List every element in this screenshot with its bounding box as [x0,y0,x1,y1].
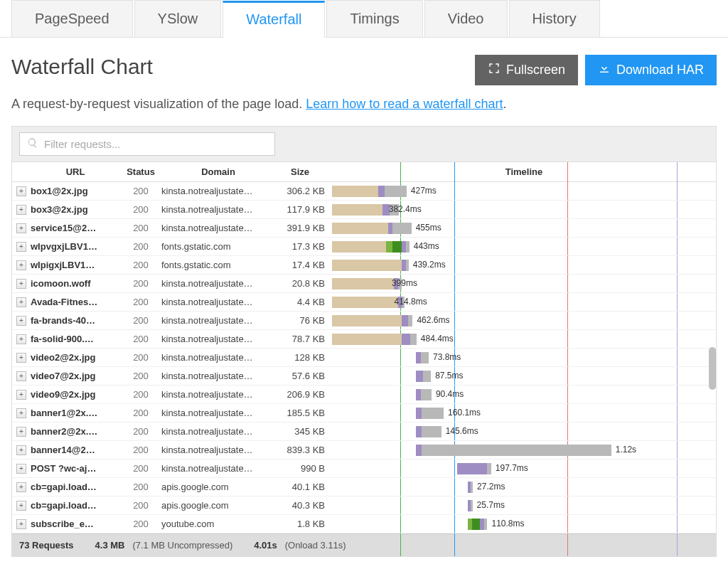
col-timeline[interactable]: Timeline [332,166,716,177]
timeline-duration-label: 73.8ms [433,352,461,362]
filter-input-wrap[interactable] [19,132,275,156]
subtitle-text: A request-by-request visualization of th… [11,97,306,111]
col-size[interactable]: Size [275,166,332,177]
expand-row-button[interactable]: + [16,390,26,400]
expand-row-button[interactable]: + [16,334,26,344]
tab-timings[interactable]: Timings [326,0,422,37]
cell-status: 200 [120,278,161,289]
cell-status: 200 [120,297,161,307]
table-row[interactable]: +fa-brands-40…200kinsta.notrealjustate…7… [12,312,716,330]
cell-status: 200 [120,389,161,400]
cell-timeline: 27.2ms [332,478,716,496]
table-row[interactable]: +wIpvgxjLBV1…200fonts.gstatic.com17.3 KB… [12,238,716,256]
timeline-bar [332,241,410,253]
tab-yslow[interactable]: YSlow [134,0,222,37]
table-row[interactable]: +wIpigxjLBV1…200fonts.gstatic.com17.4 KB… [12,256,716,275]
cell-status: 200 [120,445,161,455]
cell-status: 200 [120,204,161,215]
cell-domain: kinsta.notrealjustate… [161,334,275,344]
expand-row-button[interactable]: + [16,297,26,307]
tab-waterfall[interactable]: Waterfall [223,1,325,38]
cell-domain: kinsta.notrealjustate… [161,408,275,418]
cell-domain: kinsta.notrealjustate… [161,204,275,215]
cell-url: video9@2x.jpg [31,389,120,400]
timeline-bar [332,334,417,345]
bar-segment-dkgreen [392,241,402,253]
expand-row-button[interactable]: + [16,223,26,233]
table-row[interactable]: +Avada-Fitnes…200kinsta.notrealjustate…4… [12,293,716,312]
table-row[interactable]: +service15@2…200kinsta.notrealjustate…39… [12,219,716,238]
table-row[interactable]: +box3@2x.jpg200kinsta.notrealjustate…117… [12,201,716,219]
cell-domain: kinsta.notrealjustate… [161,445,275,455]
expand-row-button[interactable]: + [16,353,26,363]
table-row[interactable]: +POST ?wc-aj…200kinsta.notrealjustate…99… [12,460,716,478]
fullscreen-button[interactable]: Fullscreen [475,55,578,85]
col-status[interactable]: Status [120,166,161,177]
expand-row-button[interactable]: + [16,519,26,529]
tab-history[interactable]: History [509,0,600,37]
table-body: +box1@2x.jpg200kinsta.notrealjustate…306… [12,182,716,533]
cell-timeline: 145.6ms [332,423,716,440]
timeline-duration-label: 399ms [392,278,417,288]
search-icon [27,137,38,151]
expand-row-button[interactable]: + [16,242,26,252]
bar-segment-wait [402,315,408,326]
expand-row-button[interactable]: + [16,464,26,474]
cell-size: 345 KB [275,426,332,437]
expand-row-button[interactable]: + [16,427,26,437]
cell-domain: kinsta.notrealjustate… [161,371,275,381]
expand-row-button[interactable]: + [16,279,26,289]
table-row[interactable]: +box1@2x.jpg200kinsta.notrealjustate…306… [12,182,716,201]
table-row[interactable]: +video2@2x.jpg200kinsta.notrealjustate…1… [12,349,716,367]
table-row[interactable]: +banner14@2…200kinsta.notrealjustate…839… [12,441,716,460]
header: Waterfall Chart Fullscreen Download HAR [0,38,728,91]
bar-segment-wait [457,463,488,474]
expand-row-button[interactable]: + [16,445,26,455]
filter-input[interactable] [44,138,267,150]
expand-row-button[interactable]: + [16,186,26,196]
expand-row-button[interactable]: + [16,205,26,215]
bar-segment-recv [408,315,412,326]
expand-row-button[interactable]: + [16,316,26,326]
download-har-button[interactable]: Download HAR [585,55,717,85]
expand-row-button[interactable]: + [16,371,26,381]
waterfall-table: URL Status Domain Size Timeline +box1@2x… [11,162,717,557]
expand-row-button[interactable]: + [16,260,26,270]
expand-row-button[interactable]: + [16,408,26,418]
table-row[interactable]: +cb=gapi.load…200apis.google.com40.1 KB2… [12,478,716,496]
tab-video[interactable]: Video [424,0,508,37]
table-row[interactable]: +cb=gapi.load…200apis.google.com40.3 KB2… [12,496,716,515]
timeline-duration-label: 427ms [411,186,437,196]
bar-segment-wait [402,334,410,345]
cell-size: 78.7 KB [275,334,332,344]
bar-segment-recv [406,260,408,271]
cell-status: 200 [120,371,161,381]
table-row[interactable]: +icomoon.woff200kinsta.notrealjustate…20… [12,275,716,293]
col-url[interactable]: URL [31,166,120,177]
bar-segment-recv [422,408,444,419]
cell-status: 200 [120,223,161,233]
bar-segment-wait [378,186,385,197]
cell-url: fa-brands-40… [31,315,120,326]
cell-size: 20.8 KB [275,278,332,289]
expand-row-button[interactable]: + [16,482,26,492]
cell-url: box3@2x.jpg [31,204,120,215]
cell-url: POST ?wc-aj… [31,463,120,474]
scrollbar-thumb[interactable] [709,347,716,390]
tab-pagespeed[interactable]: PageSpeed [11,0,133,37]
table-row[interactable]: +banner1@2x.…200kinsta.notrealjustate…18… [12,404,716,423]
table-row[interactable]: +subscribe_e…200youtube.com1.8 KB110.8ms [12,515,716,533]
timeline-duration-label: 439.2ms [413,260,446,270]
table-row[interactable]: +fa-solid-900.…200kinsta.notrealjustate…… [12,330,716,349]
cell-timeline: 382.4ms [332,201,716,218]
col-domain[interactable]: Domain [161,166,275,177]
table-row[interactable]: +video9@2x.jpg200kinsta.notrealjustate…2… [12,386,716,404]
footer-uncompressed: (7.1 MB Uncompressed) [132,540,232,551]
cell-status: 200 [120,315,161,326]
learn-link[interactable]: Learn how to read a waterfall chart [306,97,503,111]
table-row[interactable]: +video7@2x.jpg200kinsta.notrealjustate…5… [12,367,716,386]
expand-row-button[interactable]: + [16,501,26,511]
cell-domain: youtube.com [161,519,275,529]
timeline-bar [332,315,412,326]
table-row[interactable]: +banner2@2x.…200kinsta.notrealjustate…34… [12,423,716,441]
